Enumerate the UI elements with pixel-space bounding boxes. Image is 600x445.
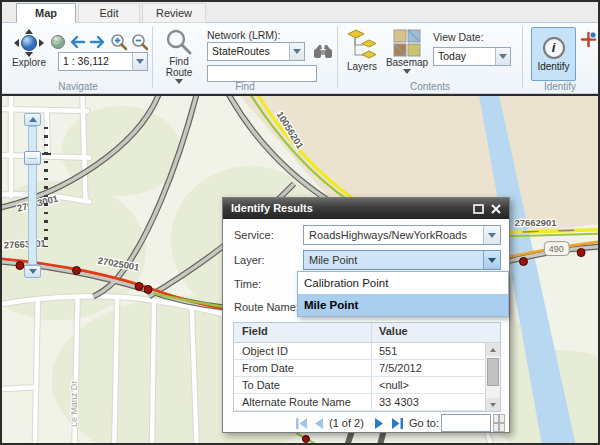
scrollbar-thumb[interactable] [487, 358, 499, 386]
table-row: Alternate Route Name 33 4303 [234, 394, 485, 411]
service-combobox[interactable]: RoadsHighways/NewYorkRoads [303, 225, 501, 245]
service-label: Service: [234, 229, 274, 241]
layer-combobox[interactable]: Mile Point [303, 250, 501, 270]
dropdown-item-calibration-point[interactable]: Calibration Point [298, 272, 508, 294]
table-row: To Date <null> [234, 377, 485, 394]
forward-arrow-icon[interactable] [89, 35, 106, 49]
service-dropdown-button[interactable] [483, 226, 500, 244]
map-viewport[interactable]: 490 27663001 27663101 27025001 10056201 … [2, 94, 598, 443]
zoom-in-icon[interactable] [110, 33, 128, 51]
route-label-27662901: 27662901 [515, 217, 557, 228]
chevron-down-icon [488, 258, 496, 263]
table-row: From Date 7/5/2012 [234, 360, 485, 377]
explore-label: Explore [12, 57, 46, 68]
pagination-bar: (1 of 2) Go to: [223, 414, 509, 434]
layer-label: Layer: [234, 254, 265, 266]
basemap-button[interactable]: Basemap [385, 29, 429, 74]
zoom-slider-up-button[interactable] [24, 113, 41, 126]
spinner-up-button[interactable] [493, 414, 505, 423]
next-page-button[interactable] [374, 417, 385, 430]
layers-button[interactable]: Layers [342, 29, 382, 72]
tab-map[interactable]: Map [16, 3, 76, 23]
chevron-down-icon [498, 423, 500, 432]
scroll-up-button[interactable] [486, 343, 500, 356]
dropdown-item-label: Mile Point [304, 299, 358, 311]
first-page-button[interactable] [295, 417, 308, 430]
time-label: Time: [234, 278, 261, 290]
explore-button[interactable]: Explore [6, 29, 52, 68]
identify-route-location-icon[interactable] [580, 31, 597, 48]
network-lrm-combobox[interactable]: StateRoutes [207, 42, 305, 61]
table-scrollbar[interactable] [485, 343, 500, 411]
route-name-label: Route Name: [234, 301, 299, 313]
cell-value: 33 4303 [379, 396, 419, 408]
back-arrow-icon[interactable] [69, 35, 86, 49]
maximize-button[interactable] [471, 202, 485, 215]
zoom-slider-handle[interactable] [24, 151, 41, 165]
explore-compass-icon [13, 29, 45, 57]
find-route-value-field[interactable] [207, 65, 317, 82]
cell-value: <null> [379, 379, 409, 391]
maximize-icon [473, 204, 484, 214]
tab-review[interactable]: Review [142, 3, 206, 23]
goto-label: Go to: [409, 417, 439, 429]
chevron-down-icon [488, 233, 496, 238]
group-label-contents: Contents [339, 81, 521, 92]
zoom-slider-tick-major [42, 153, 51, 155]
goto-page-input[interactable] [441, 414, 491, 432]
layer-dropdown-button[interactable] [483, 251, 500, 269]
route-label-27663101: 27663101 [4, 237, 46, 250]
dropdown-item-mile-point[interactable]: Mile Point [298, 294, 508, 316]
column-header-value: Value [379, 325, 408, 337]
chevron-down-icon [403, 69, 411, 74]
chevron-down-icon [29, 269, 37, 274]
zoom-out-icon[interactable] [131, 33, 149, 51]
map-scale-combobox[interactable]: 1 : 36,112 [58, 52, 148, 71]
network-lrm-value: StateRoutes [208, 43, 289, 60]
find-route-button[interactable]: Find Route [157, 28, 201, 84]
dialog-title-bar[interactable]: Identify Results [223, 198, 509, 219]
scroll-down-button[interactable] [486, 398, 500, 411]
globe-icon[interactable] [50, 34, 66, 50]
tab-map-label: Map [35, 7, 57, 19]
last-page-button[interactable] [391, 417, 404, 430]
cell-value: 7/5/2012 [379, 362, 422, 374]
chevron-down-icon [293, 49, 301, 54]
table-row: Object ID 551 [234, 343, 485, 360]
chevron-down-icon [499, 54, 507, 59]
view-date-label: View Date: [433, 31, 484, 43]
magnifier-icon [165, 28, 193, 56]
layer-dropdown-list: Calibration Point Mile Point [297, 271, 509, 317]
view-date-combobox[interactable]: Today [433, 47, 511, 66]
highway-shield-490: 490 [544, 242, 569, 256]
network-lrm-label: Network (LRM): [207, 29, 281, 41]
tab-edit[interactable]: Edit [78, 3, 140, 23]
identify-icon-glyph: i [552, 40, 556, 55]
layers-label: Layers [347, 61, 377, 72]
goto-spinner[interactable] [493, 414, 505, 432]
map-scale-dropdown-button[interactable] [132, 53, 147, 70]
identify-results-dialog: Identify Results Service: RoadsHighways/… [222, 197, 510, 433]
previous-page-button[interactable] [313, 417, 324, 430]
close-button[interactable] [489, 202, 503, 215]
layer-value: Mile Point [304, 251, 483, 269]
layers-icon [347, 29, 377, 61]
page-status: (1 of 2) [329, 417, 364, 429]
network-lrm-dropdown-button[interactable] [289, 43, 304, 60]
binoculars-icon[interactable] [313, 43, 333, 60]
view-date-value: Today [434, 48, 495, 65]
spinner-down-button[interactable] [493, 423, 505, 432]
identify-button-label: Identify [537, 61, 569, 72]
group-label-find: Find [154, 81, 336, 92]
chevron-down-icon [136, 59, 144, 64]
view-date-dropdown-button[interactable] [495, 48, 510, 65]
zoom-slider-ticks [44, 127, 48, 247]
zoom-slider-down-button[interactable] [24, 265, 41, 278]
chevron-up-icon [498, 414, 500, 423]
street-label-le-manz-dr: Le Manz Dr [70, 381, 80, 427]
identify-button[interactable]: i Identify [531, 27, 576, 81]
zoom-slider-track[interactable] [28, 126, 37, 265]
group-label-navigate: Navigate [6, 81, 150, 92]
tab-review-label: Review [156, 7, 192, 19]
cell-field: Alternate Route Name [242, 396, 351, 408]
